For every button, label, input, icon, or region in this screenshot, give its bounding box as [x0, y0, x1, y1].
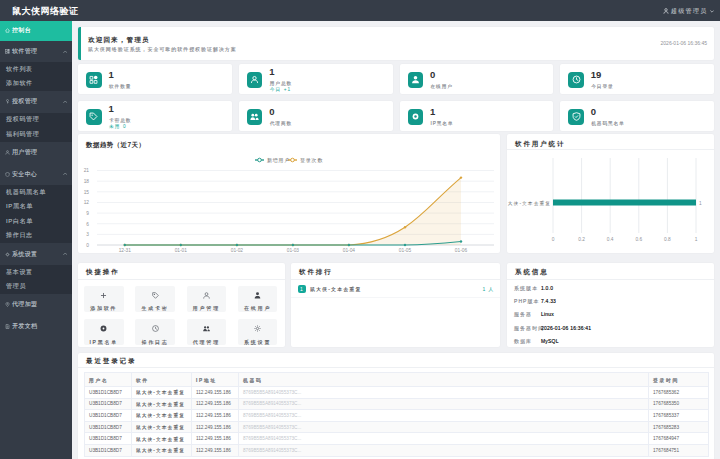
svg-text:9: 9 [86, 211, 89, 216]
svg-text:01-04: 01-04 [343, 248, 356, 253]
svg-text:0.4: 0.4 [607, 237, 614, 242]
svg-text:01-03: 01-03 [287, 248, 300, 253]
svg-text:登录次数: 登录次数 [300, 157, 323, 164]
svg-text:3: 3 [86, 232, 89, 237]
svg-text:15: 15 [84, 190, 90, 195]
svg-text:01-02: 01-02 [231, 248, 244, 253]
svg-text:12: 12 [84, 200, 90, 205]
svg-text:鼠大侠-文本去重复: 鼠大侠-文本去重复 [507, 200, 551, 207]
svg-text:新增用户: 新增用户 [267, 157, 290, 164]
svg-text:01-06: 01-06 [455, 248, 468, 253]
svg-text:21: 21 [84, 168, 90, 173]
svg-text:0: 0 [86, 243, 89, 248]
svg-text:0.6: 0.6 [635, 237, 642, 242]
svg-text:1: 1 [695, 237, 698, 242]
svg-text:0: 0 [552, 237, 555, 242]
svg-text:0.8: 0.8 [664, 237, 671, 242]
svg-text:0.2: 0.2 [578, 237, 585, 242]
svg-text:01-05: 01-05 [399, 248, 412, 253]
svg-text:1: 1 [699, 201, 702, 206]
svg-text:12-31: 12-31 [119, 248, 132, 253]
svg-text:18: 18 [84, 179, 90, 184]
svg-text:6: 6 [86, 222, 89, 227]
svg-text:01-01: 01-01 [175, 248, 188, 253]
